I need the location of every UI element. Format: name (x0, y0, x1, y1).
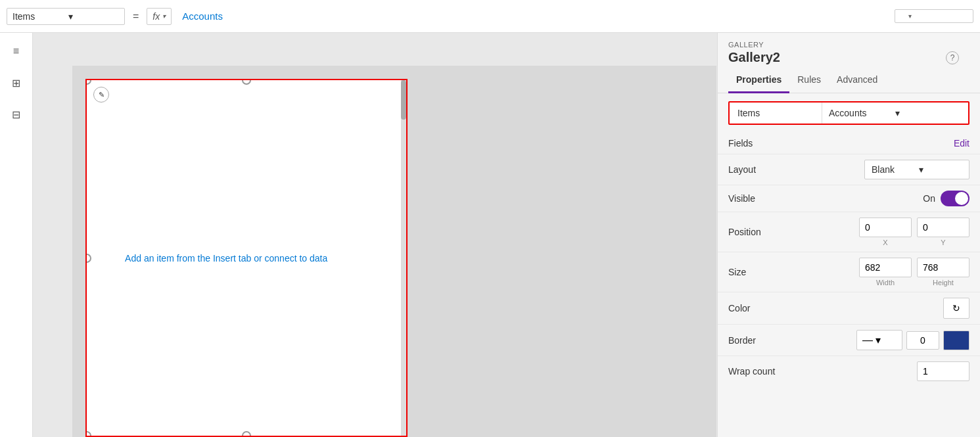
sidebar-icon-hamburger[interactable]: ≡ (6, 41, 27, 62)
top-bar: Items ▾ = fx ▾ Accounts ▾ (0, 0, 980, 33)
size-inputs: Width Height (859, 258, 969, 287)
size-height-input[interactable] (917, 258, 969, 277)
right-dropdown[interactable]: ▾ (895, 9, 973, 23)
tab-advanced[interactable]: Advanced (829, 68, 885, 93)
left-sidebar: ≡ ⊞ ⊟ (0, 33, 33, 437)
fx-label: fx (152, 11, 160, 22)
border-style-chevron: ▾ (875, 334, 881, 346)
handle-top-left[interactable] (85, 79, 91, 85)
layout-label: Layout (728, 164, 820, 175)
position-x-input[interactable] (859, 218, 912, 237)
fx-button[interactable]: fx ▾ (147, 8, 172, 25)
canvas-area: ✎ Add an item from the Insert tab or con… (33, 33, 717, 437)
formula-value: Accounts (177, 11, 228, 22)
position-inputs: X Y (859, 218, 969, 246)
edit-pen-button[interactable]: ✎ (93, 87, 109, 103)
tab-rules[interactable]: Rules (789, 68, 829, 93)
visible-control: On (820, 191, 969, 206)
layout-control: Blank ▾ (820, 160, 969, 179)
border-width-input[interactable] (906, 331, 939, 350)
sidebar-icon-layers[interactable]: ⊞ (6, 72, 27, 93)
toggle-thumb (955, 192, 968, 205)
wrap-count-row: Wrap count (718, 356, 980, 386)
size-row: Size Width Height (718, 252, 980, 292)
items-row-label: Items (730, 103, 822, 124)
border-row: Border — ▾ (718, 325, 980, 356)
gallery-widget[interactable]: ✎ Add an item from the Insert tab or con… (85, 79, 408, 437)
size-width-group: Width (859, 258, 912, 287)
color-label: Color (728, 303, 820, 313)
tab-properties[interactable]: Properties (728, 68, 789, 93)
color-row: Color ↻ (718, 292, 980, 325)
size-width-input[interactable] (859, 258, 912, 277)
x-label: X (883, 239, 887, 246)
top-bar-right: ▾ (895, 9, 973, 23)
fields-label: Fields (728, 138, 954, 149)
layout-dropdown[interactable]: Blank ▾ (864, 160, 969, 179)
position-y-group: Y (917, 218, 969, 246)
layout-value: Blank (872, 164, 915, 175)
gallery-scrollbar[interactable] (401, 80, 406, 436)
position-x-group: X (859, 218, 912, 246)
size-control: Width Height (820, 258, 969, 287)
panel-header-row: GALLERY Gallery2 ? (728, 41, 969, 65)
panel-title: Gallery2 (728, 50, 780, 65)
border-line-style: — (862, 334, 873, 346)
position-label: Position (728, 227, 820, 237)
wrap-count-label: Wrap count (728, 366, 820, 377)
fields-row: Fields Edit (718, 133, 980, 154)
right-panel: GALLERY Gallery2 ? Properties Rules Adva… (717, 33, 980, 437)
panel-header: GALLERY Gallery2 ? (718, 33, 980, 68)
items-dropdown-chevron: ▾ (895, 108, 962, 118)
items-dropdown-label: Items (12, 11, 63, 22)
visible-toggle[interactable] (941, 191, 969, 206)
handle-top-center[interactable] (242, 79, 251, 85)
gallery-empty-text: Add an item from the Insert tab or conne… (125, 253, 327, 264)
border-label: Border (728, 335, 820, 346)
visible-row: Visible On (718, 185, 980, 212)
fx-chevron-icon: ▾ (162, 12, 166, 20)
position-y-input[interactable] (917, 218, 969, 237)
handle-bottom-left[interactable] (85, 431, 91, 437)
size-label: Size (728, 267, 820, 277)
border-color-swatch[interactable] (943, 331, 969, 350)
position-control: X Y (820, 218, 969, 246)
border-controls: — ▾ (820, 330, 969, 350)
position-row: Position X Y (718, 212, 980, 252)
size-height-group: Height (917, 258, 969, 287)
hamburger-icon: ≡ (13, 45, 19, 57)
grid-icon: ⊟ (12, 108, 20, 121)
wrap-count-control (820, 361, 969, 381)
color-icon: ↻ (952, 303, 960, 313)
layers-icon: ⊞ (12, 77, 20, 89)
items-row: Items Accounts ▾ (728, 101, 969, 125)
color-control: ↻ (820, 298, 969, 319)
fields-edit-link[interactable]: Edit (954, 138, 969, 149)
panel-tabs: Properties Rules Advanced (718, 68, 980, 93)
layout-chevron-icon: ▾ (919, 164, 962, 175)
equals-sign: = (130, 11, 141, 22)
canvas-inner: ✎ Add an item from the Insert tab or con… (72, 66, 716, 437)
right-dropdown-chevron: ▾ (908, 12, 912, 20)
panel-section-label: GALLERY (728, 41, 780, 49)
sidebar-icon-grid[interactable]: ⊟ (6, 104, 27, 125)
color-swatch-button[interactable]: ↻ (943, 298, 969, 319)
border-style-dropdown[interactable]: — ▾ (856, 330, 902, 350)
help-icon[interactable]: ? (946, 51, 959, 64)
items-chevron-icon: ▾ (68, 11, 119, 22)
panel-body: Items Accounts ▾ Fields Edit Layout Blan… (718, 93, 980, 437)
toggle-container: On (923, 191, 969, 206)
visible-label: Visible (728, 193, 820, 204)
y-label: Y (941, 239, 945, 246)
layout-row: Layout Blank ▾ (718, 154, 980, 185)
items-value-label: Accounts (829, 108, 895, 118)
wrap-count-input[interactable] (917, 361, 969, 381)
handle-middle-left[interactable] (85, 254, 91, 263)
height-label: Height (933, 279, 954, 287)
items-dropdown[interactable]: Items ▾ (7, 8, 125, 25)
visible-on-label: On (923, 193, 935, 204)
gallery-scrollbar-thumb[interactable] (401, 80, 406, 120)
main-content: ≡ ⊞ ⊟ ✎ Add an it (0, 33, 980, 437)
handle-bottom-center[interactable] (242, 431, 251, 437)
items-value-dropdown[interactable]: Accounts ▾ (822, 103, 968, 124)
